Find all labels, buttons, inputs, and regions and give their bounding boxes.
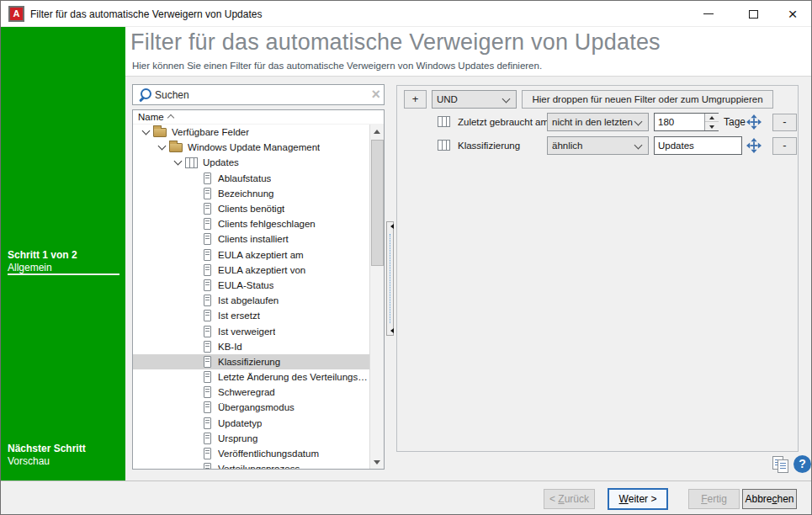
- wizard-step-name: Allgemein: [8, 262, 52, 273]
- search-input[interactable]: [153, 86, 364, 104]
- tree-item-label: KB-Id: [218, 342, 242, 352]
- move-handle-icon[interactable]: [746, 114, 762, 130]
- tree-item-label: Übergangsmodus: [218, 402, 295, 412]
- tree-item[interactable]: Schweregrad: [133, 385, 369, 400]
- drop-zone-button[interactable]: Hier droppen für neuen Filter oder zum U…: [522, 90, 773, 109]
- tree-item[interactable]: Ist abgelaufen: [133, 293, 369, 308]
- field-icon: [204, 218, 211, 230]
- tree-item[interactable]: Clients installiert: [133, 231, 369, 247]
- remove-filter-button[interactable]: -: [772, 137, 797, 155]
- field-icon: [204, 356, 211, 368]
- tree-item[interactable]: Klassifizierung: [133, 354, 369, 369]
- tree-item-label: Klassifizierung: [218, 357, 280, 367]
- tree-item[interactable]: Clients fehlgeschlagen: [133, 216, 369, 231]
- sort-ascending-icon: [167, 114, 174, 121]
- condition-dropdown[interactable]: nicht in den letzten: [547, 113, 649, 131]
- scroll-down-button[interactable]: [370, 454, 385, 469]
- condition-value: ähnlich: [552, 141, 582, 151]
- tree-scrollbar[interactable]: [369, 125, 384, 469]
- field-icon: [204, 233, 211, 245]
- tree-item[interactable]: Letzte Änderung des Verteilungsri...: [133, 369, 369, 385]
- tree-item[interactable]: KB-Id: [133, 339, 369, 354]
- condition-dropdown[interactable]: ähnlich: [547, 136, 649, 155]
- unit-label: Tage: [724, 116, 746, 128]
- field-icon: [204, 188, 211, 199]
- tree-item[interactable]: Verfügbare Felder: [133, 125, 369, 140]
- chevron-slot: [188, 387, 201, 397]
- add-filter-button[interactable]: +: [404, 90, 427, 109]
- filter-field-label: Zuletzt gebraucht am: [458, 117, 549, 127]
- copy-icon[interactable]: [772, 456, 792, 474]
- spinner-input[interactable]: [655, 114, 703, 130]
- tree-item-label: Bezeichnung: [218, 188, 274, 199]
- folder-icon: [153, 128, 167, 137]
- spinner-up-button[interactable]: [705, 114, 719, 122]
- tree-item[interactable]: Bezeichnung: [133, 186, 369, 201]
- chevron-slot: [188, 433, 201, 443]
- chevron-expanded-icon[interactable]: [141, 127, 153, 137]
- tree-item[interactable]: Veröffentlichungsdatum: [133, 446, 369, 461]
- cancel-button[interactable]: Abbrechen: [742, 489, 797, 509]
- tree-item-label: Verfügbare Felder: [172, 127, 249, 137]
- tree-item-label: Ist abgelaufen: [218, 295, 279, 305]
- chevron-slot: [188, 372, 201, 382]
- close-button[interactable]: ×: [778, 1, 807, 27]
- scroll-up-button[interactable]: [370, 125, 385, 139]
- tree-item[interactable]: Ist ersetzt: [133, 308, 369, 323]
- dialog-window: A Filter für das automatische Verweigern…: [0, 0, 812, 515]
- remove-filter-button[interactable]: -: [772, 114, 797, 131]
- tree-item[interactable]: Windows Update Management: [133, 140, 369, 155]
- field-icon: [204, 386, 211, 398]
- tree-item[interactable]: EULA akzeptiert von: [133, 263, 369, 278]
- tree-item[interactable]: Ursprung: [133, 431, 369, 446]
- window-title: Filter für das automatische Verweigern v…: [30, 8, 262, 20]
- tree-item[interactable]: Übergangsmodus: [133, 400, 369, 415]
- tree-item[interactable]: Verteilungsprozess: [133, 461, 369, 469]
- field-icon: [204, 173, 211, 184]
- tree-item[interactable]: Updatetyp: [133, 416, 369, 431]
- field-icon: [204, 203, 211, 215]
- chevron-slot: [188, 219, 201, 229]
- tree-item[interactable]: EULA akzeptiert am: [133, 247, 369, 263]
- field-icon: [204, 295, 211, 306]
- chevron-slot: [188, 418, 201, 428]
- help-icon[interactable]: ?: [793, 455, 811, 473]
- chevron-slot: [188, 250, 201, 260]
- tree-item-label: Windows Update Management: [188, 142, 320, 152]
- next-button[interactable]: Weiter >: [608, 488, 668, 510]
- move-handle-icon[interactable]: [746, 138, 762, 153]
- tree-item[interactable]: Updates: [133, 155, 369, 170]
- chevron-slot: [188, 204, 201, 214]
- chevron-expanded-icon[interactable]: [172, 157, 185, 167]
- minimize-button[interactable]: [694, 1, 723, 27]
- field-tree: Name Verfügbare FelderWindows Update Man…: [132, 109, 385, 470]
- back-button: < Zurück: [544, 489, 595, 509]
- maximize-icon: [749, 10, 758, 19]
- maximize-button[interactable]: [739, 1, 767, 27]
- spinner-down-button[interactable]: [705, 122, 719, 130]
- tree-item-label: Ursprung: [218, 433, 257, 443]
- tree-item[interactable]: Ablaufstatus: [133, 171, 369, 186]
- tree-column-header[interactable]: Name: [133, 110, 384, 125]
- operator-dropdown[interactable]: UND: [432, 90, 517, 109]
- search-icon: [138, 88, 151, 102]
- wizard-next-step-name: Vorschau: [8, 455, 50, 467]
- panel-splitter[interactable]: [386, 221, 394, 336]
- app-icon[interactable]: A: [8, 6, 24, 22]
- condition-value: nicht in den letzten: [552, 117, 633, 127]
- clear-search-icon[interactable]: ×: [371, 85, 380, 104]
- chevron-slot: [188, 464, 201, 469]
- chevron-slot: [188, 311, 201, 321]
- field-icon: [204, 249, 211, 261]
- finish-button: Fertig: [688, 489, 740, 509]
- tree-item[interactable]: EULA-Status: [133, 278, 369, 293]
- wizard-step-underline: [8, 273, 119, 275]
- field-column-icon: [438, 116, 450, 127]
- tree-item[interactable]: Clients benötigt: [133, 201, 369, 216]
- search-box: ×: [132, 84, 385, 105]
- chevron-expanded-icon[interactable]: [157, 142, 169, 152]
- scrollbar-thumb[interactable]: [371, 140, 384, 266]
- tree-item[interactable]: Ist verweigert: [133, 323, 369, 338]
- value-input[interactable]: [654, 136, 742, 155]
- chevron-slot: [188, 357, 201, 367]
